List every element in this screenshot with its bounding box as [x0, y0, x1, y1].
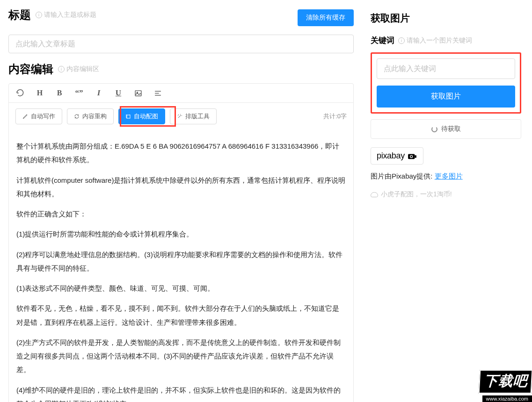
title-input[interactable] — [8, 35, 354, 53]
camera-icon — [407, 152, 417, 160]
svg-rect-9 — [415, 155, 416, 158]
more-images-link[interactable]: 更多图片 — [435, 172, 463, 180]
info-icon: i — [58, 66, 65, 72]
pending-label: 待获取 — [441, 125, 461, 133]
auto-image-label: 自动配图 — [134, 112, 158, 121]
layout-tool-button[interactable]: 排版工具 — [170, 108, 217, 124]
heading-icon[interactable]: H — [35, 88, 44, 98]
keyword-hint: i 请输入一个图片关键词 — [398, 36, 472, 45]
footer-text: 小虎子配图，一次1淘币! — [381, 190, 452, 199]
keyword-header: 关键词 i 请输入一个图片关键词 — [371, 35, 521, 46]
italic-icon[interactable]: I — [94, 88, 103, 98]
editor-content[interactable]: 整个计算机系统由两部分组成：E.69DA 5 E 6 BA 9062616964… — [9, 131, 353, 402]
align-icon[interactable] — [153, 88, 162, 98]
pixabay-logo: pixabay — [377, 151, 405, 161]
paragraph: 软件看不见，无色，枯燥，看不见，摸不到，闻不到。软件大部分存在于人们的头脑或纸上… — [16, 302, 346, 329]
word-count: 共计:0字 — [323, 112, 347, 121]
provider-prefix: 图片由Pixabay提供: — [371, 172, 433, 180]
content-hint-text: 内容编辑区 — [66, 65, 99, 73]
watermark: 下载吧 www.xiazaiba.com — [466, 369, 532, 402]
svg-rect-5 — [127, 115, 130, 118]
refresh-icon — [74, 114, 80, 119]
fetch-image-button[interactable]: 获取图片 — [377, 86, 515, 108]
keyword-label: 关键词 — [371, 35, 394, 46]
svg-point-8 — [410, 156, 412, 158]
right-title: 获取图片 — [371, 12, 521, 25]
bold-icon[interactable]: B — [55, 88, 64, 98]
title-header-row: 标题 i 请输入主题或标题 清除所有缓存 — [8, 7, 354, 28]
content-label: 内容编辑 — [8, 62, 53, 77]
keyword-highlight-box: 获取图片 — [371, 52, 521, 114]
content-hint: i 内容编辑区 — [58, 65, 99, 73]
title-section-header: 标题 i 请输入主题或标题 — [8, 7, 96, 22]
title-hint: i 请输入主题或标题 — [36, 11, 96, 19]
paragraph: (1)提供运行时所需功能和性能的命令或计算机程序集合。 — [16, 227, 346, 241]
undo-icon[interactable] — [15, 88, 25, 98]
pencil-icon — [22, 114, 28, 119]
auto-image-button[interactable]: 自动配图 — [118, 108, 165, 124]
paragraph: 整个计算机系统由两部分组成：E.69DA 5 E 6 BA 9062616964… — [16, 139, 346, 167]
paragraph: (4)维护不同的硬件是旧的，理论上软件是旧的，并不坏，但实际上软件也是旧的和坏的… — [16, 383, 346, 402]
layout-tool-label: 排版工具 — [185, 112, 210, 121]
paragraph: (1)表达形式不同的硬件类型、颜色、味道、可见、可摸、可闻。 — [16, 281, 346, 295]
image-icon[interactable] — [133, 88, 143, 98]
paragraph: 软件的正确含义如下： — [16, 207, 346, 221]
editor-actions: 自动写作 内容重构 自动配图 排版工具 共计:0字 — [9, 103, 353, 131]
title-hint-text: 请输入主题或标题 — [44, 11, 96, 19]
info-icon: i — [398, 37, 405, 44]
paragraph: 计算机软件(computer software)是指计算机系统中除硬件以外的所有… — [16, 173, 346, 201]
spinner-icon — [431, 126, 437, 132]
pixabay-badge: pixabay — [371, 147, 423, 165]
refactor-button[interactable]: 内容重构 — [67, 108, 114, 124]
paragraph: (2)程序可以满意地处理信息的数据结构。(3)说明程序功能要求和程序需要的文档的… — [16, 248, 346, 275]
keyword-hint-text: 请输入一个图片关键词 — [407, 36, 472, 45]
footer-note: 小虎子配图，一次1淘币! — [371, 190, 521, 199]
underline-icon[interactable]: U — [114, 88, 123, 98]
paragraph: (2)生产方式不同的软件是开发，是人类智能的高发挥，而不是传统意义上的硬件制造。… — [16, 336, 346, 377]
refactor-label: 内容重构 — [82, 112, 107, 121]
layers-icon — [125, 114, 131, 119]
content-section-header: 内容编辑 i 内容编辑区 — [8, 62, 354, 77]
right-panel: 获取图片 关键词 i 请输入一个图片关键词 获取图片 待获取 pixabay 图… — [362, 0, 530, 402]
watermark-sub: www.xiazaiba.com — [482, 395, 532, 402]
provider-row: 图片由Pixabay提供: 更多图片 — [371, 172, 521, 181]
clear-cache-button[interactable]: 清除所有缓存 — [298, 9, 354, 26]
editor-toolbar: H B “” I U — [9, 84, 353, 103]
editor-box: H B “” I U 自动写作 内容重构 自动配图 — [8, 83, 354, 402]
auto-write-label: 自动写作 — [31, 112, 55, 121]
watermark-main: 下载吧 — [479, 370, 532, 394]
info-icon: i — [36, 12, 42, 18]
title-label: 标题 — [8, 7, 31, 22]
auto-write-button[interactable]: 自动写作 — [15, 108, 62, 124]
quote-icon[interactable]: “” — [74, 88, 84, 98]
wand-icon — [177, 114, 182, 119]
keyword-input[interactable] — [377, 58, 515, 79]
pending-button[interactable]: 待获取 — [371, 119, 521, 139]
cloud-icon — [371, 192, 378, 197]
left-panel: 标题 i 请输入主题或标题 清除所有缓存 内容编辑 i 内容编辑区 H B “”… — [0, 0, 362, 402]
